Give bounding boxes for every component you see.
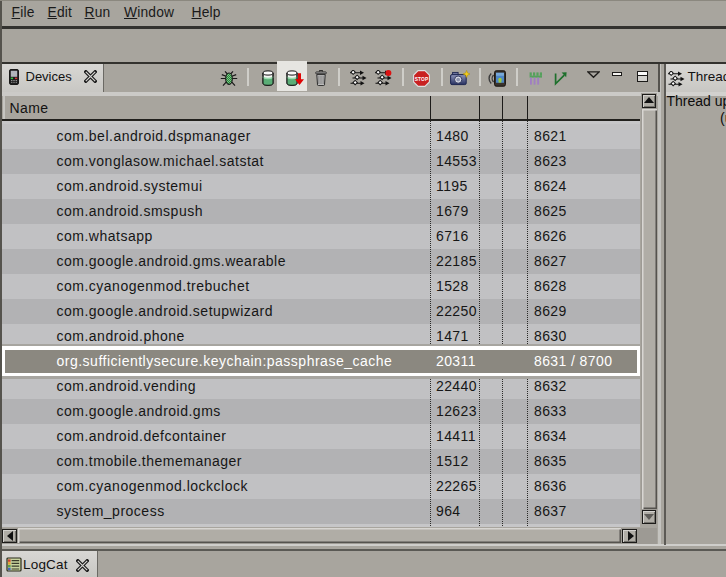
svg-text:STOP: STOP	[415, 76, 429, 81]
